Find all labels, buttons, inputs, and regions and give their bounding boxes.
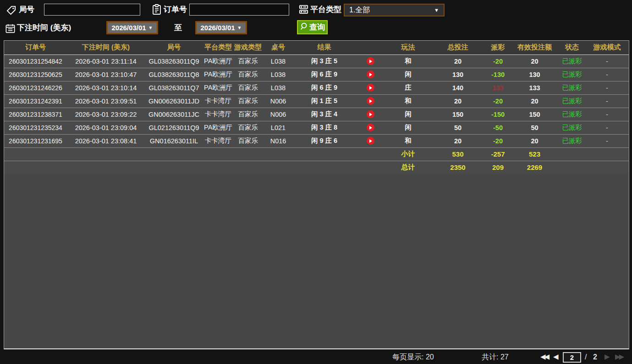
cell-payout: -20	[485, 94, 511, 108]
cell-payout: -130	[485, 68, 511, 81]
table-row: 2603012312462262026-03-01 23:10:14GL0382…	[4, 81, 629, 94]
cell-mode: -	[585, 121, 629, 134]
column-header-platform: 平台类型	[203, 41, 233, 54]
cell-result: 闲 6 庄 9	[294, 68, 355, 81]
cell-mode: -	[585, 68, 629, 81]
cell-round_no: GN006263011JC	[145, 108, 203, 121]
platform-type-select[interactable]: 1.全部 ▼	[344, 4, 445, 16]
cell-bet_time: 2026-03-01 23:09:04	[67, 121, 145, 134]
cell-status: 已派彩	[559, 134, 585, 147]
cell-result: 闲 1 庄 5	[294, 94, 355, 108]
cell-game_type: 百家乐	[233, 94, 263, 108]
cell-play_way: 庄	[386, 81, 430, 94]
server-icon	[298, 4, 309, 16]
prev-page-button[interactable]: ◀	[553, 353, 559, 361]
column-header-status: 状态	[559, 41, 585, 54]
cell-round_no: GN016263011IL	[145, 134, 203, 147]
play-video-icon[interactable]	[367, 124, 374, 131]
cell-table_no: N006	[263, 108, 294, 121]
cell-valid_bet: 50	[511, 121, 559, 134]
cell-result: 闲 3 庄 8	[294, 121, 355, 134]
table-row: 2603012312352342026-03-01 23:09:04GL0212…	[4, 121, 629, 134]
cell-play	[355, 134, 386, 147]
cell-platform: 卡卡湾厅	[203, 108, 233, 121]
column-header-valid_bet: 有效投注额	[511, 41, 559, 54]
grand-total-row-value-valid_bet: 2269	[511, 161, 559, 174]
play-video-icon[interactable]	[367, 84, 374, 92]
cell-table_no: L038	[263, 81, 294, 94]
cell-valid_bet: 20	[511, 94, 559, 108]
cell-game_type: 百家乐	[233, 68, 263, 81]
cell-platform: PA欧洲厅	[203, 68, 233, 81]
cell-result: 闲 9 庄 6	[294, 134, 355, 147]
cell-round_no: GN006263011JD	[145, 94, 203, 108]
cell-payout: -50	[485, 121, 511, 134]
cell-bet_time: 2026-03-01 23:10:47	[67, 68, 145, 81]
grand-total-row-value-play_way: 总计	[386, 161, 430, 174]
cell-bet_time: 2026-03-01 23:08:41	[67, 134, 145, 147]
round-no-label: 局号	[19, 4, 34, 16]
cell-platform: 卡卡湾厅	[203, 134, 233, 147]
first-page-button[interactable]: ◀◀	[540, 353, 548, 361]
next-page-button[interactable]: ▶	[605, 353, 610, 361]
current-page-input[interactable]: 2	[563, 352, 581, 363]
query-button-label: 查询	[309, 22, 325, 33]
chevron-down-icon: ▼	[148, 25, 153, 30]
round-no-input[interactable]	[44, 4, 140, 16]
cell-round_no: GL038263011Q9	[145, 54, 203, 68]
subtotal-row: 小计530-257523	[4, 147, 629, 161]
cell-order_id: 260301231235234	[4, 121, 67, 134]
bet-time-label: 下注时间 (美东)	[17, 22, 71, 34]
grand-total-row: 总计23502092269	[4, 161, 629, 174]
cell-game_type: 百家乐	[233, 108, 263, 121]
column-header-total_bet: 总投注	[430, 41, 485, 54]
play-video-icon[interactable]	[367, 137, 374, 145]
table-row: 2603012312316952026-03-01 23:08:41GN0162…	[4, 134, 629, 147]
column-header-bet_time: 下注时间 (美东)	[67, 41, 145, 54]
cell-total_bet: 150	[430, 108, 485, 121]
page-separator: /	[585, 352, 587, 363]
play-video-icon[interactable]	[367, 57, 374, 65]
cell-order_id: 260301231231695	[4, 134, 67, 147]
cell-round_no: GL038263011Q7	[145, 81, 203, 94]
cell-play_way: 闲	[386, 108, 430, 121]
chevron-down-icon: ▼	[237, 25, 242, 30]
bet-records-table: 订单号下注时间 (美东)局号平台类型游戏类型桌号结果玩法总投注派彩有效投注额状态…	[4, 40, 629, 349]
cell-payout: -20	[485, 54, 511, 68]
cell-total_bet: 130	[430, 68, 485, 81]
cell-bet_time: 2026-03-01 23:09:51	[67, 94, 145, 108]
cell-payout: 133	[485, 81, 511, 94]
play-video-icon[interactable]	[367, 110, 374, 118]
cell-mode: -	[585, 94, 629, 108]
cell-table_no: L038	[263, 68, 294, 81]
play-video-icon[interactable]	[367, 97, 374, 105]
cell-result: 闲 3 庄 5	[294, 54, 355, 68]
cell-platform: PA欧洲厅	[203, 81, 233, 94]
cell-game_type: 百家乐	[233, 54, 263, 68]
cell-game_type: 百家乐	[233, 81, 263, 94]
date-from-picker[interactable]: 2026/03/01 ▼	[106, 21, 158, 34]
calendar-icon	[5, 23, 16, 36]
cell-status: 已派彩	[559, 94, 585, 108]
subtotal-row-value-valid_bet: 523	[511, 147, 559, 161]
subtotal-row-value-payout: -257	[485, 147, 511, 161]
date-to-picker[interactable]: 2026/03/01 ▼	[195, 21, 247, 34]
column-header-round_no: 局号	[145, 41, 203, 54]
column-header-result: 结果	[294, 41, 355, 54]
cell-valid_bet: 133	[511, 81, 559, 94]
column-header-order_id: 订单号	[4, 41, 67, 54]
cell-round_no: GL021263011Q9	[145, 121, 203, 134]
cell-play	[355, 54, 386, 68]
cell-total_bet: 20	[430, 134, 485, 147]
cell-platform: PA欧洲厅	[203, 121, 233, 134]
query-button[interactable]: 查询	[297, 20, 328, 34]
order-no-input[interactable]	[189, 4, 289, 16]
cell-play	[355, 108, 386, 121]
last-page-button[interactable]: ▶▶	[615, 353, 623, 361]
cell-status: 已派彩	[559, 68, 585, 81]
column-header-game_type: 游戏类型	[233, 41, 263, 54]
date-from-value: 2026/03/01	[112, 24, 146, 32]
play-video-icon[interactable]	[367, 71, 374, 78]
cell-status: 已派彩	[559, 108, 585, 121]
cell-table_no: N016	[263, 134, 294, 147]
